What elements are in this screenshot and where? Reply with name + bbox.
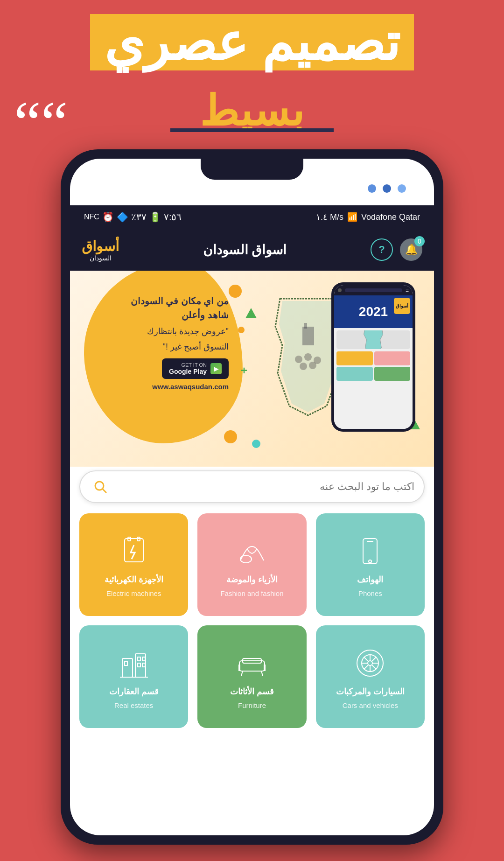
banner-text: من اي مكان في السودان شاهد وأعلن "عروض ج… xyxy=(89,294,229,391)
cars-name-en: Cars and vehicles xyxy=(343,701,398,709)
electric-icon xyxy=(115,532,153,570)
logo-arabic: أسواق xyxy=(82,238,119,254)
svg-line-36 xyxy=(364,657,368,661)
svg-rect-20 xyxy=(138,663,140,667)
play-store-icon: ▶ xyxy=(210,363,222,374)
bell-icon: 🔔 xyxy=(405,244,418,256)
phone-frame: ٧:٥٦ 🔋 ٣٧٪ 🔷 ⏰ NFC ١.٤ M/s 📶 Vodafone Qa… xyxy=(61,149,443,845)
bg-text-underline xyxy=(170,128,334,132)
quote-mark: ““ xyxy=(14,98,68,147)
plus-1: + xyxy=(241,364,247,377)
phones-icon xyxy=(351,532,389,570)
electric-name-en: Electric machines xyxy=(106,589,161,597)
battery-level: ٣٧٪ xyxy=(131,211,147,223)
svg-point-29 xyxy=(357,650,383,676)
svg-line-8 xyxy=(103,489,106,493)
play-store-text: GET IT ON Google Play xyxy=(169,362,207,375)
realestate-name-ar: قسم العقارات xyxy=(109,686,159,697)
svg-point-0 xyxy=(295,356,302,363)
logo-sub: السودان xyxy=(90,254,112,262)
fashion-name-ar: الأزياء والموضة xyxy=(226,574,278,585)
notification-button[interactable]: 🔔 0 xyxy=(400,238,422,261)
svg-rect-6 xyxy=(304,323,307,329)
svg-rect-19 xyxy=(142,657,145,661)
banner-line1: من اي مكان في السودان xyxy=(89,294,229,308)
time-display: ٧:٥٦ xyxy=(164,211,182,223)
svg-rect-5 xyxy=(302,327,314,345)
wifi-icon: 📶 xyxy=(347,212,357,222)
banner: + + من اي مكان في السودان شاهد وأعلن "عر… xyxy=(70,271,434,467)
dot-orange-3 xyxy=(224,430,237,443)
realestate-icon xyxy=(115,644,153,682)
search-container xyxy=(79,470,425,503)
speed-display: ١.٤ M/s xyxy=(316,212,343,222)
google-play-button[interactable]: ▶ GET IT ON Google Play xyxy=(162,358,229,379)
category-electric[interactable]: الأجهزة الكهربائية Electric machines xyxy=(79,513,188,616)
search-icon xyxy=(93,479,108,494)
svg-point-12 xyxy=(240,555,252,563)
svg-point-1 xyxy=(304,353,312,361)
furniture-name-en: Furniture xyxy=(238,701,266,709)
svg-point-7 xyxy=(95,482,104,490)
svg-rect-21 xyxy=(142,663,145,667)
alarm-icon: ⏰ xyxy=(102,211,114,223)
fashion-name-en: Fashion and fashion xyxy=(220,589,283,597)
header-logo: أسواق السودان xyxy=(82,238,119,262)
svg-point-3 xyxy=(300,363,307,370)
phone-inner: ٧:٥٦ 🔋 ٣٧٪ 🔷 ⏰ NFC ١.٤ M/s 📶 Vodafone Qa… xyxy=(70,159,434,835)
dot-blue-1 xyxy=(252,440,260,448)
notch xyxy=(201,159,303,180)
pagination-dot-3 xyxy=(398,184,406,193)
website-url: www.aswaqsudan.com xyxy=(89,383,229,391)
category-realestate[interactable]: قسم العقارات Real estates xyxy=(79,625,188,728)
svg-line-26 xyxy=(241,671,243,676)
carrier-display: Vodafone Qatar xyxy=(361,212,420,222)
status-right: ١.٤ M/s 📶 Vodafone Qatar xyxy=(316,212,420,222)
category-fashion[interactable]: الأزياء والموضة Fashion and fashion xyxy=(197,513,306,616)
pagination-dot-2 xyxy=(383,184,391,193)
categories-grid: الأجهزة الكهربائية Electric machines الأ… xyxy=(79,513,425,728)
bg-text-top: تصميم عصري xyxy=(0,14,504,73)
cars-icon xyxy=(351,644,389,682)
cars-name-ar: السيارات والمركبات xyxy=(336,686,405,697)
svg-rect-22 xyxy=(125,662,127,665)
svg-line-38 xyxy=(372,657,376,661)
dot-orange-1 xyxy=(229,285,242,298)
svg-line-37 xyxy=(372,665,376,669)
svg-line-27 xyxy=(261,671,263,676)
svg-rect-9 xyxy=(125,539,143,562)
svg-point-31 xyxy=(368,661,372,665)
banner-right-content: ☰ 2021 أسواق xyxy=(261,275,425,462)
category-cars[interactable]: السيارات والمركبات Cars and vehicles xyxy=(316,625,425,728)
banner-line4: التسوق أصبح غير !" xyxy=(89,341,229,353)
svg-line-39 xyxy=(364,665,368,669)
dot-orange-2 xyxy=(238,327,245,333)
banner-line3: "عروض جديدة بانتظارك xyxy=(89,326,229,337)
pagination-dot-1 xyxy=(368,184,376,193)
phones-name-ar: الهواتف xyxy=(357,574,383,585)
svg-point-4 xyxy=(309,362,316,369)
status-bar: ٧:٥٦ 🔋 ٣٧٪ 🔷 ⏰ NFC ١.٤ M/s 📶 Vodafone Qa… xyxy=(70,205,434,229)
triangle-1 xyxy=(245,308,257,318)
help-icon: ? xyxy=(378,244,385,256)
furniture-icon xyxy=(233,644,271,682)
battery-icon: 🔋 xyxy=(149,211,161,223)
category-phones[interactable]: الهواتف Phones xyxy=(316,513,425,616)
header-icons: ? 🔔 0 xyxy=(371,238,422,261)
pagination-dots xyxy=(368,184,406,193)
search-input[interactable] xyxy=(115,481,414,493)
header-title: اسواق السودان xyxy=(203,242,287,258)
help-button[interactable]: ? xyxy=(371,238,393,261)
svg-point-14 xyxy=(369,560,371,563)
notification-badge: 0 xyxy=(414,236,425,246)
phones-name-en: Phones xyxy=(358,589,382,597)
banner-line2: شاهد وأعلن xyxy=(89,308,229,322)
search-icon-container[interactable] xyxy=(90,476,111,497)
search-bar xyxy=(79,470,425,503)
realestate-name-en: Real estates xyxy=(114,701,153,709)
fashion-icon xyxy=(233,532,271,570)
electric-name-ar: الأجهزة الكهربائية xyxy=(105,574,163,585)
app-header: أسواق السودان اسواق السودان ? 🔔 0 xyxy=(70,229,434,271)
status-left: ٧:٥٦ 🔋 ٣٧٪ 🔷 ⏰ NFC xyxy=(84,211,182,223)
category-furniture[interactable]: قسم الأثاثات Furniture xyxy=(197,625,306,728)
